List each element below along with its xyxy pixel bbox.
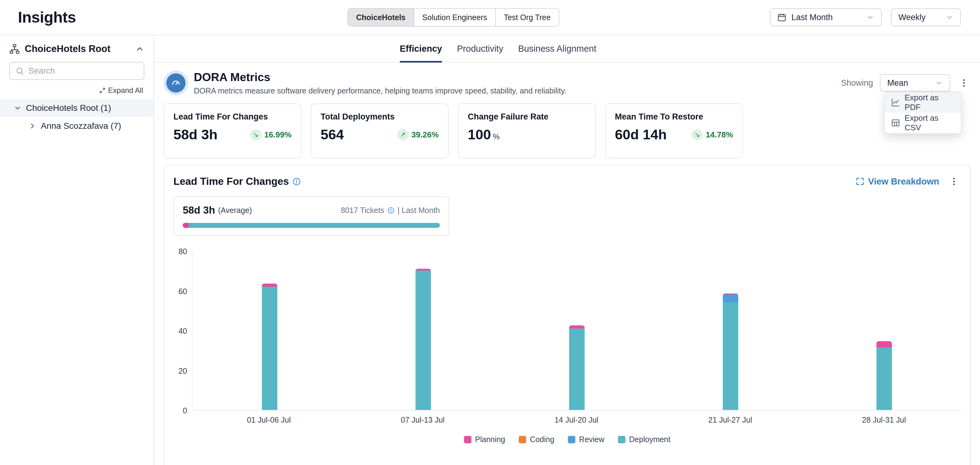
sidebar-collapse-button[interactable] — [135, 44, 144, 54]
x-axis-label: 21 Jul-27 Jul — [653, 415, 807, 425]
expand-all-button[interactable]: Expand All — [99, 86, 143, 95]
stacked-bar[interactable] — [569, 325, 585, 410]
org-tree-icon — [9, 44, 20, 54]
card-mean-time-to-restore: Mean Time To Restore 60d 14h ↘ 14.78% — [605, 104, 743, 158]
y-axis-tick: 80 — [178, 247, 187, 256]
bar-segment-deployment[interactable] — [569, 329, 585, 410]
main-content: Efficiency Productivity Business Alignme… — [154, 35, 980, 465]
header-controls: Last Month Weekly — [770, 8, 961, 26]
chart-column — [500, 251, 654, 410]
chart-legend: PlanningCodingReviewDeployment — [173, 435, 961, 444]
tree-item-label: ChoiceHotels Root (1) — [26, 103, 111, 113]
summary-value: 58d 3h — [183, 205, 215, 216]
metric-trend: ↗ 39.26% — [397, 129, 439, 140]
menu-item-export-csv[interactable]: Export as CSV — [885, 113, 961, 133]
search-input[interactable] — [29, 66, 138, 76]
stacked-bar[interactable] — [877, 341, 892, 410]
lead-time-chart: 020406080 01 Jul-06 Jul07 Jul-13 Jul14 J… — [173, 251, 961, 425]
org-sidebar: ChoiceHotels Root Expand All — [0, 35, 154, 465]
org-tab-label: Test Org Tree — [504, 13, 550, 22]
page-title: Insights — [18, 8, 76, 26]
legend-label: Review — [579, 435, 605, 444]
metric-value: 58d 3h — [173, 126, 218, 143]
bar-segment-deployment[interactable] — [415, 270, 431, 410]
bar-segment-deployment[interactable] — [723, 302, 738, 410]
bar-segment-planning[interactable] — [569, 325, 585, 329]
tree-item-anna-scozzafava[interactable]: Anna Scozzafava (7) — [0, 117, 154, 135]
org-tab-solution-engineers[interactable]: Solution Engineers — [414, 9, 496, 26]
export-menu: Export as PDF Export as CSV — [884, 92, 961, 134]
chevron-down-icon — [866, 13, 874, 21]
dora-kebab-menu-button[interactable] — [957, 76, 971, 90]
stacked-bar[interactable] — [415, 269, 431, 410]
metric-value: 100% — [468, 126, 500, 143]
dora-controls: Showing Mean — [841, 74, 971, 92]
lead-time-kebab-menu-button[interactable] — [947, 174, 961, 188]
chart-column — [346, 251, 500, 410]
tab-business-alignment[interactable]: Business Alignment — [518, 35, 597, 62]
info-icon[interactable] — [387, 207, 395, 214]
dora-description: DORA metrics measure software delivery p… — [194, 86, 566, 95]
expand-all-row: Expand All — [0, 80, 154, 99]
bar-segment-planning[interactable] — [262, 284, 277, 287]
y-axis-tick: 40 — [178, 327, 187, 335]
chevron-right-icon[interactable] — [29, 122, 37, 130]
legend-label: Deployment — [629, 435, 670, 444]
metric-value: 60d 14h — [615, 126, 667, 143]
org-tab-test-org-tree[interactable]: Test Org Tree — [496, 9, 558, 26]
sidebar-title: ChoiceHotels Root — [25, 43, 130, 54]
trend-percentage: 14.78% — [706, 130, 733, 140]
metric-unit: % — [493, 132, 500, 141]
bar-segment-deployment[interactable] — [262, 287, 277, 410]
insights-page: Insights ChoiceHotels Solution Engineers… — [0, 0, 980, 465]
trend-down-arrow-icon: ↘ — [250, 129, 261, 140]
granularity-select[interactable]: Weekly — [891, 8, 961, 26]
org-tab-label: Solution Engineers — [422, 13, 487, 22]
tree-item-choicehotels-root[interactable]: ChoiceHotels Root (1) — [0, 99, 154, 117]
section-title: Lead Time For Changes — [173, 176, 289, 187]
bar-segment-planning[interactable] — [877, 341, 892, 347]
date-range-select[interactable]: Last Month — [770, 8, 882, 26]
dora-title: DORA Metrics — [194, 71, 566, 84]
tab-efficiency[interactable]: Efficiency — [400, 35, 442, 62]
summary-progress-bar — [183, 223, 440, 228]
legend-label: Planning — [475, 435, 505, 444]
chevron-down-icon — [935, 79, 943, 87]
lead-time-section: Lead Time For Changes View Breakdown — [164, 165, 971, 465]
date-range-value: Last Month — [791, 13, 861, 22]
org-tab-choicehotels[interactable]: ChoiceHotels — [348, 9, 414, 26]
stacked-bar[interactable] — [723, 294, 738, 410]
chart-x-labels: 01 Jul-06 Jul07 Jul-13 Jul14 Jul-20 Jul2… — [192, 415, 961, 425]
tab-productivity[interactable]: Productivity — [457, 35, 503, 62]
metric-title: Change Failure Rate — [468, 112, 586, 121]
view-breakdown-button[interactable]: View Breakdown — [856, 176, 939, 187]
menu-item-export-pdf[interactable]: Export as PDF — [885, 92, 961, 113]
summary-period: | Last Month — [398, 206, 440, 215]
aggregation-value: Mean — [887, 78, 930, 88]
stacked-bar[interactable] — [262, 284, 277, 410]
trend-percentage: 39.26% — [412, 130, 439, 140]
trend-up-arrow-icon: ↗ — [397, 129, 408, 140]
metric-trend: ↘ 14.78% — [692, 129, 733, 140]
legend-item-deployment[interactable]: Deployment — [618, 435, 670, 444]
bar-segment-deployment[interactable] — [877, 347, 892, 410]
legend-swatch — [464, 436, 471, 443]
org-tab-label: ChoiceHotels — [356, 13, 406, 22]
sidebar-header: ChoiceHotels Root — [0, 35, 154, 61]
bar-segment-review[interactable] — [723, 294, 738, 302]
org-tree: ChoiceHotels Root (1) Anna Scozzafava (7… — [0, 99, 154, 135]
progress-segment-deployment — [189, 223, 440, 228]
legend-swatch — [618, 436, 625, 443]
legend-item-coding[interactable]: Coding — [519, 435, 554, 444]
line-chart-icon — [891, 98, 900, 107]
info-icon[interactable] — [293, 177, 301, 186]
legend-item-planning[interactable]: Planning — [464, 435, 505, 444]
y-axis-tick: 20 — [178, 366, 187, 375]
chevron-down-icon[interactable] — [14, 104, 22, 112]
metric-title: Total Deployments — [321, 112, 439, 121]
card-change-failure-rate: Change Failure Rate 100% — [458, 104, 596, 158]
dora-badge — [164, 70, 188, 95]
legend-item-review[interactable]: Review — [568, 435, 605, 444]
chevron-up-icon — [135, 44, 144, 54]
aggregation-select[interactable]: Mean — [880, 74, 950, 92]
